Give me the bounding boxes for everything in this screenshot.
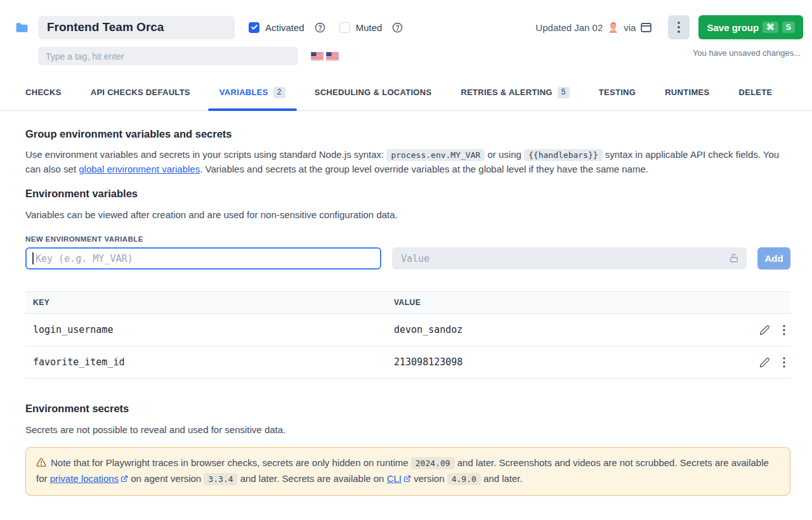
environment-secrets-description: Secrets are not possible to reveal and u… [25,423,790,438]
code-chip: {{handlebars}} [524,149,603,161]
add-variable-button[interactable]: Add [757,247,790,270]
edit-variable-button[interactable] [759,357,770,368]
tab-variables[interactable]: VARIABLES 2 [219,84,285,110]
new-variable-form: Add [25,247,790,270]
activated-help-icon[interactable] [315,22,325,33]
secrets-warning-banner: Note that for Playwright traces in brows… [25,447,790,496]
edit-variable-button[interactable] [759,325,770,335]
intro-paragraph: Use environment variables and secrets in… [25,148,790,177]
tab-label: SCHEDULING & LOCATIONS [315,88,432,97]
save-group-button[interactable]: Save group ⌘ S [698,15,803,39]
code-chip: 4.9.0 [447,473,481,485]
variable-key: favorite_item_id [25,356,394,368]
tab-count-badge: 5 [558,87,570,98]
variable-key-input[interactable] [25,247,381,270]
tab-api-checks-defaults[interactable]: API CHECKS DEFAULTS [91,84,190,110]
muted-checkbox[interactable] [339,22,350,33]
tab-bar: CHECKS API CHECKS DEFAULTS VARIABLES 2 S… [0,84,812,111]
variables-table-header: KEY VALUE [25,291,790,314]
tab-scheduling-locations[interactable]: SCHEDULING & LOCATIONS [315,84,432,110]
activated-label: Activated [265,22,304,33]
more-options-button[interactable] [668,15,690,39]
code-chip: 3.3.4 [204,473,237,485]
key-column-header: KEY [25,298,394,307]
save-group-label: Save group [707,22,759,33]
tag-input[interactable] [38,47,298,65]
s-key-badge: S [782,22,795,34]
external-link-icon [403,475,411,483]
updated-text: Updated Jan 02 [535,22,603,33]
activated-checkbox[interactable] [249,22,259,33]
tab-label: VARIABLES [219,88,268,97]
tab-label: DELETE [738,88,772,97]
tab-delete[interactable]: DELETE [738,84,772,110]
via-text: via [624,22,636,33]
variable-menu-button[interactable] [783,325,785,335]
unsaved-changes-text: You have unsaved changes... [339,48,803,58]
main-content: Group environment variables and secrets … [0,111,812,520]
code-chip: process.env.MY_VAR [386,149,485,161]
tab-label: TESTING [599,88,636,97]
variable-value: devon_sandoz [394,324,745,335]
tab-label: CHECKS [25,88,62,97]
folder-icon [15,22,38,33]
variable-menu-button[interactable] [783,357,785,368]
variables-table: KEY VALUE login_username devon_sandoz fa… [25,291,790,379]
variable-value-input[interactable] [392,247,747,270]
tab-label: RUNTIMES [665,88,709,97]
variable-row: favorite_item_id 213098123098 [25,346,790,379]
tab-label: RETRIES & ALERTING [461,88,552,97]
group-name-input[interactable] [38,16,235,39]
cmd-key-badge: ⌘ [763,22,778,34]
variable-row: login_username devon_sandoz [25,314,790,346]
tab-label: API CHECKS DEFAULTS [91,88,190,97]
tab-checks[interactable]: CHECKS [25,84,62,110]
tag-flags [311,52,339,60]
environment-variables-title: Environment variables [25,188,790,200]
tab-runtimes[interactable]: RUNTIMES [665,84,709,110]
variable-key: login_username [25,324,394,335]
browser-window-icon [641,23,652,32]
us-flag-icon [311,52,324,60]
code-chip: 2024.09 [411,457,455,469]
environment-secrets-title: Environment secrets [25,403,790,415]
environment-variables-description: Variables can be viewed after creation a… [25,208,790,223]
tab-count-badge: 2 [273,87,285,98]
warning-text: Note that for Playwright traces in brows… [36,457,769,484]
new-environment-variable-label: NEW ENVIRONMENT VARIABLE [25,235,790,243]
header: Activated Muted Updated Jan 02 via [0,0,812,65]
cli-link[interactable]: CLI [387,473,411,484]
us-flag-icon [326,52,339,60]
value-column-header: VALUE [394,298,745,307]
muted-help-icon[interactable] [392,22,403,33]
text-caret [32,252,34,264]
external-link-icon [121,475,128,483]
tab-testing[interactable]: TESTING [599,84,636,110]
private-locations-link[interactable]: private locations [50,473,128,484]
user-avatar [608,22,619,33]
global-environment-variables-link[interactable]: global environment variables [79,164,200,174]
variable-value: 213098123098 [394,356,745,368]
muted-label: Muted [356,22,383,33]
unlocked-icon [729,253,739,266]
tab-retries-alerting[interactable]: RETRIES & ALERTING 5 [461,84,569,110]
warning-icon [36,457,46,467]
page-title: Group environment variables and secrets [25,128,790,140]
